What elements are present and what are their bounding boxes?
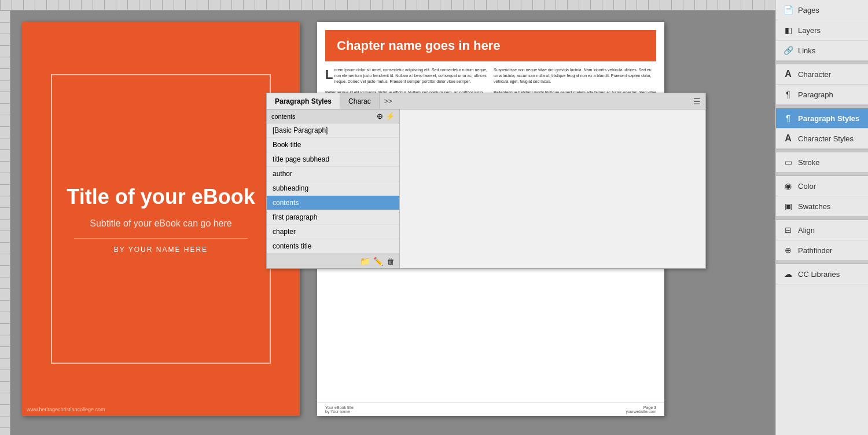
style-subheading[interactable]: subheading xyxy=(267,181,399,196)
footer-right: Page 3yourwebsite.com xyxy=(626,405,656,414)
page-footer: Your eBook title by Your name Page 3your… xyxy=(317,403,664,416)
panel-item-pathfinder[interactable]: ⊕ Pathfinder xyxy=(776,240,868,261)
delete-style-icon[interactable]: 🗑 xyxy=(387,257,395,266)
panel-tab-bar: Paragraph Styles Charac >> ☰ xyxy=(267,93,705,109)
panel-item-cc-libraries[interactable]: ☁ CC Libraries xyxy=(776,264,868,284)
canvas-content: Title of your eBook Subtitle of your eBo… xyxy=(0,10,775,435)
panel-item-color[interactable]: ◉ Color xyxy=(776,176,868,196)
style-first-paragraph[interactable]: first paragraph xyxy=(267,210,399,225)
cover-subtitle: Subtitle of your eBook can go here xyxy=(90,218,232,229)
panel-item-paragraph-styles[interactable]: ¶ Paragraph Styles xyxy=(776,108,868,129)
right-panel: 📄 Pages ◧ Layers 🔗 Links A Character ¶ P… xyxy=(775,0,868,435)
new-style-icon[interactable]: ✏️ xyxy=(373,257,383,266)
page-header: Chapter name goes in here xyxy=(325,30,656,61)
cover-author: BY YOUR NAME HERE xyxy=(74,238,248,254)
footer-left: Your eBook title by Your name xyxy=(325,405,354,414)
add-style-icon[interactable]: ⊕ xyxy=(377,112,383,120)
stroke-icon: ▭ xyxy=(783,157,793,167)
style-basic-paragraph[interactable]: [Basic Paragraph] xyxy=(267,123,399,138)
style-contents-title[interactable]: contents title xyxy=(267,239,399,254)
tab-paragraph-styles[interactable]: Paragraph Styles xyxy=(267,93,340,109)
pages-icon: 📄 xyxy=(783,5,793,15)
cover-title: Title of your eBook xyxy=(67,184,255,209)
style-contents[interactable]: contents xyxy=(267,196,399,210)
canvas-area: Title of your eBook Subtitle of your eBo… xyxy=(0,0,775,435)
style-title-page-subhead[interactable]: title page subhead xyxy=(267,152,399,167)
panel-item-character[interactable]: A Character xyxy=(776,64,868,85)
character-icon: A xyxy=(783,69,793,79)
swatches-icon: ▣ xyxy=(783,201,793,211)
styles-search-bar: contents ⊕ ⚡ xyxy=(267,109,399,123)
chapter-title: Chapter name goes in here xyxy=(337,38,645,53)
pathfinder-icon: ⊕ xyxy=(783,245,793,255)
lightning-icon[interactable]: ⚡ xyxy=(385,112,395,120)
cc-libraries-icon: ☁ xyxy=(783,269,793,279)
ruler-top xyxy=(0,0,775,10)
style-chapter[interactable]: chapter xyxy=(267,225,399,239)
styles-footer: 📁 ✏️ 🗑 xyxy=(267,254,399,268)
panel-menu-icon[interactable]: ☰ xyxy=(689,94,705,108)
style-book-title[interactable]: Book title xyxy=(267,138,399,152)
panel-item-links[interactable]: 🔗 Links xyxy=(776,41,868,61)
panel-item-paragraph[interactable]: ¶ Paragraph xyxy=(776,85,868,105)
panel-item-swatches[interactable]: ▣ Swatches xyxy=(776,196,868,217)
styles-preview-area xyxy=(400,109,705,268)
folder-icon[interactable]: 📁 xyxy=(360,257,370,266)
cover-inner-box: Title of your eBook Subtitle of your eBo… xyxy=(51,74,271,364)
layers-icon: ◧ xyxy=(783,25,793,35)
align-icon: ⊟ xyxy=(783,225,793,235)
paragraph-icon: ¶ xyxy=(783,89,793,100)
tab-character-styles[interactable]: Charac xyxy=(340,93,380,109)
panel-item-stroke[interactable]: ▭ Stroke xyxy=(776,152,868,173)
panel-item-pages[interactable]: 📄 Pages xyxy=(776,0,868,20)
cover-url: www.heritagechristiancollege.com xyxy=(27,407,105,412)
styles-list-section: contents ⊕ ⚡ [Basic Paragraph] Book titl… xyxy=(267,109,400,268)
paragraph-styles-panel: Paragraph Styles Charac >> ☰ contents ⊕ … xyxy=(266,93,706,269)
styles-header-icons: ⊕ ⚡ xyxy=(377,112,395,120)
cover-page: Title of your eBook Subtitle of your eBo… xyxy=(22,22,300,416)
color-icon: ◉ xyxy=(783,181,793,191)
character-styles-icon: A xyxy=(783,133,793,144)
ruler-left xyxy=(0,10,10,435)
panel-item-align[interactable]: ⊟ Align xyxy=(776,220,868,240)
style-author[interactable]: author xyxy=(267,167,399,181)
paragraph-styles-icon: ¶ xyxy=(783,113,793,123)
styles-panel-body: contents ⊕ ⚡ [Basic Paragraph] Book titl… xyxy=(267,109,705,268)
styles-search-input[interactable]: contents xyxy=(271,113,377,120)
tab-more[interactable]: >> xyxy=(380,95,397,108)
links-icon: 🔗 xyxy=(783,45,793,56)
panel-item-character-styles[interactable]: A Character Styles xyxy=(776,129,868,149)
panel-item-layers[interactable]: ◧ Layers xyxy=(776,20,868,41)
